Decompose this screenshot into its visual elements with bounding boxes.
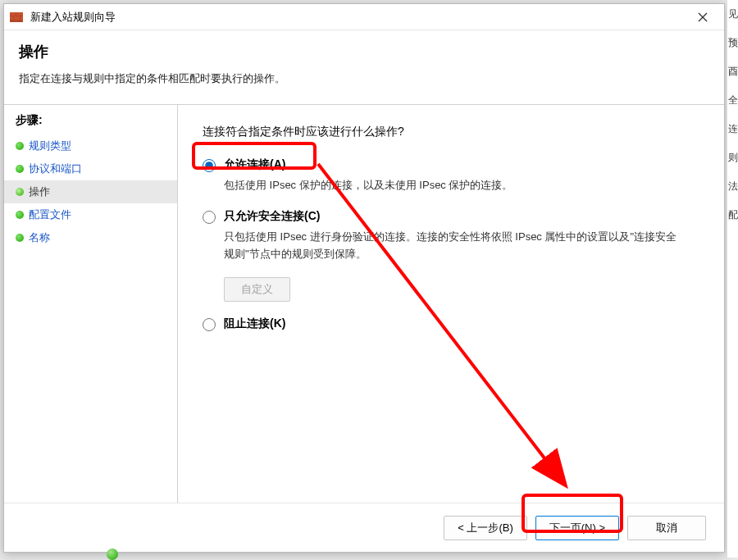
back-button[interactable]: < 上一步(B) [444,516,527,540]
firewall-icon [9,10,24,25]
radio-input-allow[interactable] [203,159,216,172]
step-bullet-icon [16,234,24,242]
wizard-footer: < 上一步(B) 下一页(N) > 取消 [4,503,724,552]
wizard-content: 连接符合指定条件时应该进行什么操作? 允许连接(A) 包括使用 IPsec 保护… [178,105,724,515]
step-label: 操作 [29,184,50,199]
svg-rect-5 [20,16,23,20]
steps-heading: 步骤: [4,110,177,134]
step-name[interactable]: 名称 [4,226,177,249]
step-bullet-icon [16,165,24,173]
step-label: 协议和端口 [29,162,82,176]
radio-label: 只允许安全连接(C) [224,209,320,224]
next-button[interactable]: 下一页(N) > [535,516,619,540]
step-bullet-icon [16,142,24,150]
wizard-sidebar: 步骤: 规则类型 协议和端口 操作 配置文件 名称 [4,105,178,515]
titlebar: 新建入站规则向导 [4,4,724,30]
radio-allow-secure-connection[interactable]: 只允许安全连接(C) [203,209,704,224]
step-profile[interactable]: 配置文件 [4,203,177,226]
step-bullet-icon [16,188,24,196]
radio-input-secure[interactable] [203,211,216,224]
secure-description: 只包括使用 IPsec 进行身份验证的连接。连接的安全性将依照 IPsec 属性… [224,229,683,263]
radio-allow-connection[interactable]: 允许连接(A) [203,157,704,172]
svg-rect-1 [10,12,16,16]
radio-label: 允许连接(A) [224,157,285,172]
page-subtitle: 指定在连接与规则中指定的条件相匹配时要执行的操作。 [19,71,709,86]
background-right-strip: 见 预 酉 全 连 则 法 配 [727,0,738,558]
taskbar-fragment [107,549,118,560]
step-rule-type[interactable]: 规则类型 [4,134,177,157]
cancel-button[interactable]: 取消 [627,516,706,540]
step-protocol-ports[interactable]: 协议和端口 [4,157,177,180]
taskbar-app-icon [107,549,118,560]
wizard-body: 步骤: 规则类型 协议和端口 操作 配置文件 名称 连接 [4,105,724,515]
radio-label: 阻止连接(K) [224,316,285,331]
customize-wrap: 自定义 [224,277,704,302]
wizard-header: 操作 指定在连接与规则中指定的条件相匹配时要执行的操作。 [4,30,724,105]
step-label: 配置文件 [29,207,71,222]
svg-rect-3 [10,16,13,20]
step-action[interactable]: 操作 [4,180,177,203]
customize-button: 自定义 [224,277,290,302]
radio-block-connection[interactable]: 阻止连接(K) [203,316,704,331]
allow-description: 包括使用 IPsec 保护的连接，以及未使用 IPsec 保护的连接。 [224,177,683,194]
step-bullet-icon [16,211,24,219]
radio-input-block[interactable] [203,318,216,331]
step-label: 名称 [29,230,50,245]
page-title: 操作 [19,42,709,61]
svg-rect-4 [14,16,20,20]
wizard-window: 新建入站规则向导 操作 指定在连接与规则中指定的条件相匹配时要执行的操作。 步骤… [3,3,725,553]
action-prompt: 连接符合指定条件时应该进行什么操作? [203,125,704,139]
window-title: 新建入站规则向导 [30,10,686,25]
close-button[interactable] [686,6,719,29]
svg-rect-2 [16,12,23,16]
step-label: 规则类型 [29,139,71,153]
